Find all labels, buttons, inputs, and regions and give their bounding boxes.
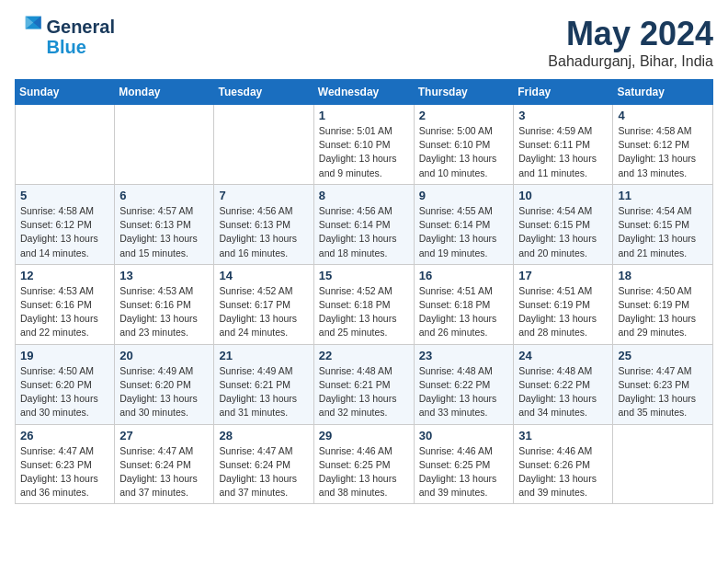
- day-number: 27: [119, 429, 209, 442]
- day-number: 9: [419, 189, 509, 202]
- calendar-cell: [16, 105, 115, 185]
- day-info: Sunrise: 4:47 AM Sunset: 6:23 PM Dayligh…: [618, 364, 708, 420]
- day-number: 4: [618, 109, 708, 122]
- day-info: Sunrise: 5:00 AM Sunset: 6:10 PM Dayligh…: [419, 124, 509, 180]
- calendar-cell: 11 Sunrise: 4:54 AM Sunset: 6:15 PM Dayl…: [613, 184, 713, 264]
- day-info: Sunrise: 4:47 AM Sunset: 6:23 PM Dayligh…: [20, 444, 109, 500]
- day-info: Sunrise: 4:57 AM Sunset: 6:13 PM Dayligh…: [119, 204, 209, 260]
- calendar-table: SundayMondayTuesdayWednesdayThursdayFrid…: [15, 79, 713, 504]
- day-info: Sunrise: 4:56 AM Sunset: 6:14 PM Dayligh…: [319, 204, 409, 260]
- day-info: Sunrise: 4:46 AM Sunset: 6:25 PM Dayligh…: [319, 444, 409, 500]
- day-info: Sunrise: 4:49 AM Sunset: 6:20 PM Dayligh…: [119, 364, 209, 420]
- calendar-cell: 21 Sunrise: 4:49 AM Sunset: 6:21 PM Dayl…: [214, 344, 313, 424]
- calendar-cell: [115, 105, 214, 185]
- day-info: Sunrise: 4:48 AM Sunset: 6:22 PM Dayligh…: [419, 364, 509, 420]
- calendar-week-row: 12 Sunrise: 4:53 AM Sunset: 6:16 PM Dayl…: [16, 264, 713, 344]
- day-number: 11: [618, 189, 708, 202]
- calendar-cell: 5 Sunrise: 4:58 AM Sunset: 6:12 PM Dayli…: [16, 184, 115, 264]
- calendar-cell: 27 Sunrise: 4:47 AM Sunset: 6:24 PM Dayl…: [115, 424, 214, 504]
- day-number: 17: [518, 269, 608, 282]
- day-info: Sunrise: 4:47 AM Sunset: 6:24 PM Dayligh…: [119, 444, 209, 500]
- day-info: Sunrise: 4:50 AM Sunset: 6:20 PM Dayligh…: [20, 364, 109, 420]
- day-info: Sunrise: 4:46 AM Sunset: 6:25 PM Dayligh…: [419, 444, 509, 500]
- calendar-cell: 17 Sunrise: 4:51 AM Sunset: 6:19 PM Dayl…: [514, 264, 613, 344]
- weekday-header: Wednesday: [313, 80, 414, 105]
- calendar-week-row: 5 Sunrise: 4:58 AM Sunset: 6:12 PM Dayli…: [16, 184, 713, 264]
- calendar-cell: 12 Sunrise: 4:53 AM Sunset: 6:16 PM Dayl…: [16, 264, 115, 344]
- calendar-cell: 26 Sunrise: 4:47 AM Sunset: 6:23 PM Dayl…: [16, 424, 115, 504]
- day-info: Sunrise: 4:58 AM Sunset: 6:12 PM Dayligh…: [618, 124, 708, 180]
- day-number: 28: [219, 429, 308, 442]
- calendar-cell: 14 Sunrise: 4:52 AM Sunset: 6:17 PM Dayl…: [214, 264, 313, 344]
- day-number: 6: [119, 189, 209, 202]
- day-number: 23: [419, 349, 509, 362]
- day-number: 29: [319, 429, 409, 442]
- day-info: Sunrise: 4:58 AM Sunset: 6:12 PM Dayligh…: [20, 204, 109, 260]
- calendar-cell: 2 Sunrise: 5:00 AM Sunset: 6:10 PM Dayli…: [414, 105, 514, 185]
- weekday-header: Sunday: [16, 80, 115, 105]
- weekday-header: Tuesday: [214, 80, 313, 105]
- day-number: 10: [518, 189, 608, 202]
- calendar-cell: 31 Sunrise: 4:46 AM Sunset: 6:26 PM Dayl…: [514, 424, 613, 504]
- logo: General Blue: [15, 15, 115, 57]
- title-area: May 2024 Bahadurganj, Bihar, India: [548, 15, 713, 70]
- logo-line2: Blue: [46, 37, 114, 57]
- calendar-cell: 30 Sunrise: 4:46 AM Sunset: 6:25 PM Dayl…: [414, 424, 514, 504]
- day-info: Sunrise: 4:53 AM Sunset: 6:16 PM Dayligh…: [119, 284, 209, 340]
- calendar-cell: 13 Sunrise: 4:53 AM Sunset: 6:16 PM Dayl…: [115, 264, 214, 344]
- calendar-cell: [214, 105, 313, 185]
- day-number: 15: [319, 269, 409, 282]
- calendar-cell: 15 Sunrise: 4:52 AM Sunset: 6:18 PM Dayl…: [313, 264, 414, 344]
- day-number: 22: [319, 349, 409, 362]
- day-number: 24: [518, 349, 608, 362]
- day-number: 2: [419, 109, 509, 122]
- day-number: 18: [618, 269, 708, 282]
- day-info: Sunrise: 4:56 AM Sunset: 6:13 PM Dayligh…: [219, 204, 308, 260]
- day-info: Sunrise: 4:46 AM Sunset: 6:26 PM Dayligh…: [518, 444, 608, 500]
- month-title: May 2024: [548, 15, 713, 53]
- day-number: 20: [119, 349, 209, 362]
- calendar-cell: 8 Sunrise: 4:56 AM Sunset: 6:14 PM Dayli…: [313, 184, 414, 264]
- location: Bahadurganj, Bihar, India: [548, 53, 713, 70]
- day-info: Sunrise: 4:49 AM Sunset: 6:21 PM Dayligh…: [219, 364, 308, 420]
- day-info: Sunrise: 4:48 AM Sunset: 6:21 PM Dayligh…: [319, 364, 409, 420]
- day-info: Sunrise: 4:59 AM Sunset: 6:11 PM Dayligh…: [518, 124, 608, 180]
- calendar-cell: 24 Sunrise: 4:48 AM Sunset: 6:22 PM Dayl…: [514, 344, 613, 424]
- page-header: General Blue May 2024 Bahadurganj, Bihar…: [15, 15, 713, 70]
- calendar-cell: 6 Sunrise: 4:57 AM Sunset: 6:13 PM Dayli…: [115, 184, 214, 264]
- calendar-week-row: 26 Sunrise: 4:47 AM Sunset: 6:23 PM Dayl…: [16, 424, 713, 504]
- calendar-cell: 3 Sunrise: 4:59 AM Sunset: 6:11 PM Dayli…: [514, 105, 613, 185]
- calendar-cell: 29 Sunrise: 4:46 AM Sunset: 6:25 PM Dayl…: [313, 424, 414, 504]
- day-info: Sunrise: 4:54 AM Sunset: 6:15 PM Dayligh…: [618, 204, 708, 260]
- day-number: 13: [119, 269, 209, 282]
- day-number: 21: [219, 349, 308, 362]
- calendar-cell: 22 Sunrise: 4:48 AM Sunset: 6:21 PM Dayl…: [313, 344, 414, 424]
- calendar-cell: 19 Sunrise: 4:50 AM Sunset: 6:20 PM Dayl…: [16, 344, 115, 424]
- calendar-cell: 10 Sunrise: 4:54 AM Sunset: 6:15 PM Dayl…: [514, 184, 613, 264]
- day-number: 16: [419, 269, 509, 282]
- calendar-cell: 25 Sunrise: 4:47 AM Sunset: 6:23 PM Dayl…: [613, 344, 713, 424]
- day-info: Sunrise: 4:48 AM Sunset: 6:22 PM Dayligh…: [518, 364, 608, 420]
- calendar-cell: 9 Sunrise: 4:55 AM Sunset: 6:14 PM Dayli…: [414, 184, 514, 264]
- calendar-cell: 18 Sunrise: 4:50 AM Sunset: 6:19 PM Dayl…: [613, 264, 713, 344]
- calendar-week-row: 19 Sunrise: 4:50 AM Sunset: 6:20 PM Dayl…: [16, 344, 713, 424]
- day-info: Sunrise: 4:53 AM Sunset: 6:16 PM Dayligh…: [20, 284, 109, 340]
- day-info: Sunrise: 4:50 AM Sunset: 6:19 PM Dayligh…: [618, 284, 708, 340]
- calendar-cell: 16 Sunrise: 4:51 AM Sunset: 6:18 PM Dayl…: [414, 264, 514, 344]
- logo-icon: [17, 11, 42, 37]
- weekday-header: Saturday: [613, 80, 713, 105]
- day-info: Sunrise: 4:52 AM Sunset: 6:17 PM Dayligh…: [219, 284, 308, 340]
- calendar-header-row: SundayMondayTuesdayWednesdayThursdayFrid…: [16, 80, 713, 105]
- day-number: 25: [618, 349, 708, 362]
- day-info: Sunrise: 4:55 AM Sunset: 6:14 PM Dayligh…: [419, 204, 509, 260]
- day-number: 5: [20, 189, 109, 202]
- weekday-header: Friday: [514, 80, 613, 105]
- day-number: 12: [20, 269, 109, 282]
- day-number: 3: [518, 109, 608, 122]
- day-info: Sunrise: 4:51 AM Sunset: 6:19 PM Dayligh…: [518, 284, 608, 340]
- day-number: 14: [219, 269, 308, 282]
- weekday-header: Thursday: [414, 80, 514, 105]
- day-info: Sunrise: 5:01 AM Sunset: 6:10 PM Dayligh…: [319, 124, 409, 180]
- day-info: Sunrise: 4:51 AM Sunset: 6:18 PM Dayligh…: [419, 284, 509, 340]
- calendar-week-row: 1 Sunrise: 5:01 AM Sunset: 6:10 PM Dayli…: [16, 105, 713, 185]
